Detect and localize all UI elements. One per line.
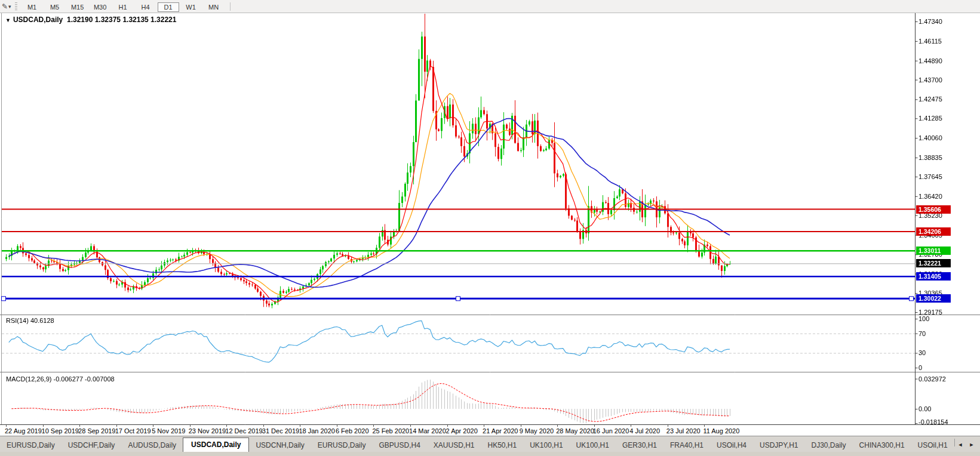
macd-indicator-label: MACD(12,26,9) -0.006277 -0.007008 <box>6 375 115 383</box>
date-axis-label: 5 Nov 2019 <box>152 427 185 435</box>
ohlc-values: 1.32190 1.32375 1.32135 1.32221 <box>67 16 177 24</box>
chart-tab-eurusd-daily[interactable]: EURUSD,Daily <box>311 439 373 452</box>
timeframe-buttons: M1M5M15M30H1H4D1W1MN <box>21 1 225 12</box>
timeframe-button-mn[interactable]: MN <box>203 2 225 12</box>
chart-title: ▼USDCAD,Daily 1.32190 1.32375 1.32135 1.… <box>5 16 176 24</box>
timeframe-button-h1[interactable]: H1 <box>112 2 134 12</box>
date-axis-tick <box>300 425 300 427</box>
toolbar-separator <box>230 2 231 11</box>
date-axis-label: 21 Apr 2020 <box>483 427 518 435</box>
chart-tab-uk100-h1[interactable]: UK100,H1 <box>523 439 569 452</box>
price-axis-label: 1.46115 <box>918 38 942 45</box>
chart-tab-xauusd-h1[interactable]: XAUUSD,H1 <box>427 439 481 452</box>
status-strip <box>0 452 980 456</box>
date-axis-label: 31 Dec 2019 <box>262 427 299 435</box>
chart-tab-usdchf-daily[interactable]: USDCHF,Daily <box>62 439 122 452</box>
hline-price-badge: 1.31405 <box>916 272 951 281</box>
date-axis-tick <box>631 425 631 427</box>
date-axis-tick <box>79 425 80 427</box>
price-axis-label: 1.36420 <box>918 193 942 200</box>
date-axis-tick <box>116 425 117 427</box>
hline-price-badge: 1.34206 <box>916 227 951 236</box>
date-axis-tick <box>704 425 705 427</box>
date-axis-label: 6 Feb 2020 <box>336 427 369 435</box>
date-axis-tick <box>373 425 374 427</box>
rsi-axis-label: 100 <box>918 315 929 322</box>
chart-tab-ger30-h1[interactable]: GER30,H1 <box>616 439 663 452</box>
timeframe-button-m5[interactable]: M5 <box>44 2 66 12</box>
date-axis-label: 14 Mar 2020 <box>409 427 446 435</box>
chart-tab-dj30-daily[interactable]: DJ30,Daily <box>805 439 853 452</box>
chart-tab-bar: EURUSD,DailyUSDCHF,DailyAUDUSD,DailyUSDC… <box>0 436 980 452</box>
macd-axis-label: -0.018154 <box>918 418 948 426</box>
chart-tab-hk50-h1[interactable]: HK50,H1 <box>481 439 524 452</box>
date-axis-label: 2 Apr 2020 <box>446 427 478 435</box>
draw-tool-icon[interactable]: ✎ <box>2 1 8 12</box>
date-axis-tick <box>337 425 337 427</box>
chart-tab-audusd-daily[interactable]: AUDUSD,Daily <box>121 439 183 452</box>
symbol-caret-icon[interactable]: ▼ <box>5 17 11 23</box>
tab-scroll-right-icon[interactable]: ► <box>966 442 978 448</box>
price-axis-label: 1.43700 <box>918 76 942 84</box>
timeframe-button-h4[interactable]: H4 <box>135 2 156 12</box>
date-axis-tick <box>557 425 558 427</box>
chart-tab-usdjpy-h1[interactable]: USDJPY,H1 <box>753 439 804 452</box>
timeframe-button-w1[interactable]: W1 <box>180 2 202 12</box>
chart-tab-usoil-h1[interactable]: USOil,H1 <box>911 439 954 452</box>
rsi-axis-label: 0 <box>918 364 922 371</box>
chart-tab-uk100-h1[interactable]: UK100,H1 <box>570 439 616 452</box>
price-axis-label: 1.47340 <box>918 18 942 25</box>
price-axis-label: 1.40060 <box>918 134 942 141</box>
timeframe-button-d1[interactable]: D1 <box>158 2 179 12</box>
date-axis-label: 10 Sep 2019 <box>42 427 79 435</box>
date-axis-label: 17 Oct 2019 <box>115 427 151 435</box>
hline-price-badge: 1.33011 <box>916 247 951 255</box>
tab-scroll-left-icon[interactable]: ◄ <box>955 442 966 448</box>
date-axis-tick <box>226 425 227 427</box>
date-axis-label: 23 Nov 2019 <box>189 427 226 435</box>
date-axis-label: 9 May 2020 <box>520 427 554 435</box>
dropdown-caret-icon[interactable]: ▾ <box>8 4 11 10</box>
price-axis-label: 1.42475 <box>918 95 942 103</box>
chart-tab-usdcad-daily[interactable]: USDCAD,Daily <box>183 437 249 452</box>
date-axis-tick <box>484 425 484 427</box>
date-axis-label: 11 Aug 2020 <box>703 427 739 435</box>
chart-tab-china300-h1[interactable]: CHINA300,H1 <box>853 439 911 452</box>
date-axis-tick <box>6 425 7 427</box>
tab-scroll-arrows: ◄► <box>954 436 980 452</box>
date-axis-tick <box>594 425 595 427</box>
date-axis-tick <box>410 425 411 427</box>
timeframe-button-m1[interactable]: M1 <box>21 2 43 12</box>
date-axis-label: 22 Aug 2019 <box>5 427 42 435</box>
chart-tab-usoil-h4[interactable]: USOil,H4 <box>710 439 753 452</box>
toolbar-grip-handle[interactable] <box>15 2 17 11</box>
rsi-axis-label: 30 <box>918 349 926 356</box>
timeframe-button-m30[interactable]: M30 <box>90 2 111 12</box>
timeframe-button-m15[interactable]: M15 <box>67 2 88 12</box>
price-chart-canvas[interactable] <box>0 13 980 425</box>
date-axis-label: 28 May 2020 <box>556 427 594 435</box>
chart-tab-gbpusd-h4[interactable]: GBPUSD,H4 <box>372 439 426 452</box>
chart-tab-usdcnh-daily[interactable]: USDCNH,Daily <box>249 439 311 452</box>
date-axis-label: 12 Dec 2019 <box>225 427 262 435</box>
price-axis-label: 1.44890 <box>918 57 942 64</box>
date-axis-tick <box>521 425 521 427</box>
date-axis-tick <box>447 425 448 427</box>
hline-price-badge: 1.30022 <box>916 294 951 303</box>
symbol-name: USDCAD,Daily <box>13 16 63 24</box>
date-axis-label: 28 Sep 2019 <box>78 427 115 435</box>
date-axis-label: 23 Jul 2020 <box>666 427 701 435</box>
chart-tab-fra40-h1[interactable]: FRA40,H1 <box>663 439 710 452</box>
price-axis-label: 1.38835 <box>918 154 942 161</box>
macd-axis-label: 0.00 <box>918 405 931 412</box>
date-axis-tick <box>263 425 264 427</box>
date-axis-tick <box>190 425 191 427</box>
price-axis-label: 1.37645 <box>918 173 942 180</box>
date-axis-label: 18 Jan 2020 <box>299 427 335 435</box>
date-axis-label: 16 Jun 2020 <box>593 427 629 435</box>
rsi-indicator-label: RSI(14) 40.6128 <box>6 317 54 324</box>
date-axis-label: 25 Feb 2020 <box>372 427 409 435</box>
date-axis-tick <box>43 425 44 427</box>
chart-tab-eurusd-daily[interactable]: EURUSD,Daily <box>0 439 62 452</box>
date-axis-tick <box>668 425 668 427</box>
